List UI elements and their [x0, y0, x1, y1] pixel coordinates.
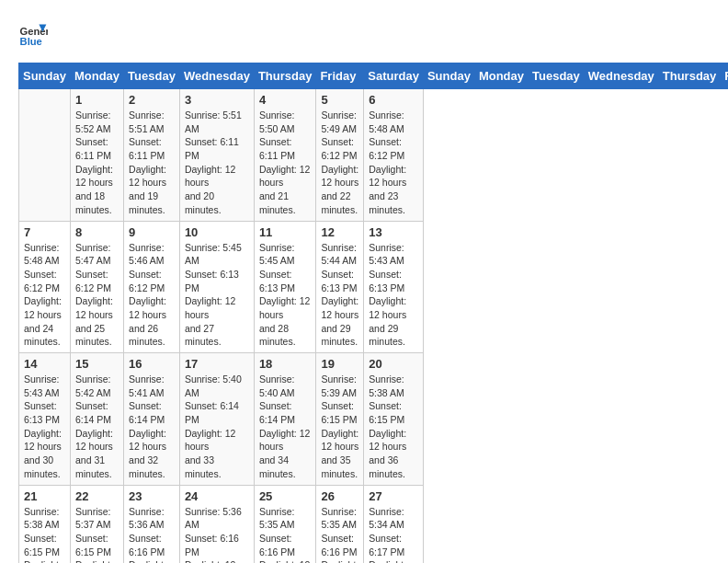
day-info: Sunrise: 5:48 AMSunset: 6:12 PMDaylight:…	[369, 109, 418, 217]
day-number: 2	[129, 93, 175, 107]
day-info: Sunrise: 5:41 AMSunset: 6:14 PMDaylight:…	[129, 373, 175, 481]
day-number: 24	[185, 489, 249, 503]
day-info: Sunrise: 5:36 AMSunset: 6:16 PMDaylight:…	[185, 505, 249, 564]
header-cell-saturday: Saturday	[364, 63, 424, 89]
day-number: 26	[321, 489, 358, 503]
header-cell-thursday: Thursday	[254, 63, 316, 89]
day-cell: 10Sunrise: 5:45 AMSunset: 6:13 PMDayligh…	[179, 221, 254, 353]
day-info: Sunrise: 5:34 AMSunset: 6:17 PMDaylight:…	[369, 505, 418, 564]
day-info: Sunrise: 5:42 AMSunset: 6:14 PMDaylight:…	[75, 373, 119, 481]
day-info: Sunrise: 5:52 AMSunset: 6:11 PMDaylight:…	[75, 109, 119, 217]
page-header: General Blue	[18, 18, 710, 48]
day-number: 21	[24, 489, 65, 503]
week-row-2: 7Sunrise: 5:48 AMSunset: 6:12 PMDaylight…	[19, 221, 729, 353]
day-cell: 7Sunrise: 5:48 AMSunset: 6:12 PMDaylight…	[19, 221, 71, 353]
header-cell-monday: Monday	[474, 63, 528, 89]
day-cell: 15Sunrise: 5:42 AMSunset: 6:14 PMDayligh…	[70, 353, 123, 486]
day-cell: 16Sunrise: 5:41 AMSunset: 6:14 PMDayligh…	[124, 353, 180, 486]
header-cell-tuesday: Tuesday	[124, 63, 180, 89]
logo-icon: General Blue	[18, 18, 48, 48]
day-number: 17	[185, 357, 249, 371]
header-cell-sunday: Sunday	[19, 63, 71, 89]
day-number: 22	[75, 489, 119, 503]
day-number: 20	[369, 357, 418, 371]
day-number: 27	[369, 489, 418, 503]
week-row-4: 21Sunrise: 5:38 AMSunset: 6:15 PMDayligh…	[19, 485, 729, 563]
header-cell-thursday: Thursday	[658, 63, 721, 89]
week-row-3: 14Sunrise: 5:43 AMSunset: 6:13 PMDayligh…	[19, 353, 729, 486]
day-cell: 23Sunrise: 5:36 AMSunset: 6:16 PMDayligh…	[124, 485, 180, 563]
day-number: 4	[259, 93, 312, 107]
day-info: Sunrise: 5:36 AMSunset: 6:16 PMDaylight:…	[129, 505, 175, 564]
day-number: 11	[259, 225, 312, 239]
day-number: 10	[185, 225, 249, 239]
day-cell: 14Sunrise: 5:43 AMSunset: 6:13 PMDayligh…	[19, 353, 71, 486]
day-info: Sunrise: 5:49 AMSunset: 6:12 PMDaylight:…	[321, 109, 358, 217]
day-info: Sunrise: 5:38 AMSunset: 6:15 PMDaylight:…	[369, 373, 418, 481]
day-cell: 4Sunrise: 5:50 AMSunset: 6:11 PMDaylight…	[254, 89, 316, 222]
day-info: Sunrise: 5:39 AMSunset: 6:15 PMDaylight:…	[321, 373, 358, 481]
day-info: Sunrise: 5:43 AMSunset: 6:13 PMDaylight:…	[24, 373, 65, 481]
header-cell-friday: Friday	[721, 63, 728, 89]
day-info: Sunrise: 5:46 AMSunset: 6:12 PMDaylight:…	[129, 241, 175, 350]
logo: General Blue	[18, 18, 48, 48]
day-number: 13	[369, 225, 418, 239]
day-number: 8	[75, 225, 119, 239]
day-number: 15	[75, 357, 119, 371]
day-cell: 2Sunrise: 5:51 AMSunset: 6:11 PMDaylight…	[124, 89, 180, 222]
day-number: 3	[185, 93, 249, 107]
header-cell-monday: Monday	[70, 63, 123, 89]
header-cell-wednesday: Wednesday	[179, 63, 254, 89]
day-number: 5	[321, 93, 358, 107]
day-cell: 24Sunrise: 5:36 AMSunset: 6:16 PMDayligh…	[179, 485, 254, 563]
header-cell-friday: Friday	[316, 63, 364, 89]
day-info: Sunrise: 5:45 AMSunset: 6:13 PMDaylight:…	[259, 241, 312, 350]
day-cell: 13Sunrise: 5:43 AMSunset: 6:13 PMDayligh…	[364, 221, 424, 353]
day-number: 14	[24, 357, 65, 371]
header-cell-wednesday: Wednesday	[584, 63, 658, 89]
calendar-header-row: SundayMondayTuesdayWednesdayThursdayFrid…	[19, 63, 729, 89]
day-number: 18	[259, 357, 312, 371]
day-number: 12	[321, 225, 358, 239]
calendar-table: SundayMondayTuesdayWednesdayThursdayFrid…	[18, 63, 728, 563]
day-info: Sunrise: 5:51 AMSunset: 6:11 PMDaylight:…	[185, 109, 249, 217]
day-cell: 6Sunrise: 5:48 AMSunset: 6:12 PMDaylight…	[364, 89, 424, 222]
day-cell: 26Sunrise: 5:35 AMSunset: 6:16 PMDayligh…	[316, 485, 364, 563]
day-info: Sunrise: 5:48 AMSunset: 6:12 PMDaylight:…	[24, 241, 65, 350]
day-info: Sunrise: 5:51 AMSunset: 6:11 PMDaylight:…	[129, 109, 175, 217]
day-number: 7	[24, 225, 65, 239]
day-info: Sunrise: 5:38 AMSunset: 6:15 PMDaylight:…	[24, 505, 65, 564]
day-info: Sunrise: 5:35 AMSunset: 6:16 PMDaylight:…	[321, 505, 358, 564]
day-cell: 8Sunrise: 5:47 AMSunset: 6:12 PMDaylight…	[70, 221, 123, 353]
day-cell: 22Sunrise: 5:37 AMSunset: 6:15 PMDayligh…	[70, 485, 123, 563]
header-cell-sunday: Sunday	[423, 63, 474, 89]
day-cell: 18Sunrise: 5:40 AMSunset: 6:14 PMDayligh…	[254, 353, 316, 486]
day-number: 16	[129, 357, 175, 371]
week-row-1: 1Sunrise: 5:52 AMSunset: 6:11 PMDaylight…	[19, 89, 729, 222]
day-info: Sunrise: 5:44 AMSunset: 6:13 PMDaylight:…	[321, 241, 358, 350]
day-info: Sunrise: 5:45 AMSunset: 6:13 PMDaylight:…	[185, 241, 249, 350]
day-cell: 19Sunrise: 5:39 AMSunset: 6:15 PMDayligh…	[316, 353, 364, 486]
day-number: 19	[321, 357, 358, 371]
svg-text:Blue: Blue	[20, 36, 42, 47]
day-number: 9	[129, 225, 175, 239]
day-cell: 20Sunrise: 5:38 AMSunset: 6:15 PMDayligh…	[364, 353, 424, 486]
header-cell-tuesday: Tuesday	[529, 63, 585, 89]
day-info: Sunrise: 5:40 AMSunset: 6:14 PMDaylight:…	[259, 373, 312, 481]
day-info: Sunrise: 5:43 AMSunset: 6:13 PMDaylight:…	[369, 241, 418, 350]
day-info: Sunrise: 5:40 AMSunset: 6:14 PMDaylight:…	[185, 373, 249, 481]
day-cell: 25Sunrise: 5:35 AMSunset: 6:16 PMDayligh…	[254, 485, 316, 563]
day-number: 6	[369, 93, 418, 107]
day-cell: 1Sunrise: 5:52 AMSunset: 6:11 PMDaylight…	[70, 89, 123, 222]
day-cell: 27Sunrise: 5:34 AMSunset: 6:17 PMDayligh…	[364, 485, 424, 563]
day-cell: 11Sunrise: 5:45 AMSunset: 6:13 PMDayligh…	[254, 221, 316, 353]
day-cell: 5Sunrise: 5:49 AMSunset: 6:12 PMDaylight…	[316, 89, 364, 222]
day-info: Sunrise: 5:50 AMSunset: 6:11 PMDaylight:…	[259, 109, 312, 217]
day-cell	[19, 89, 71, 222]
day-number: 23	[129, 489, 175, 503]
day-cell: 12Sunrise: 5:44 AMSunset: 6:13 PMDayligh…	[316, 221, 364, 353]
day-number: 25	[259, 489, 312, 503]
day-cell: 21Sunrise: 5:38 AMSunset: 6:15 PMDayligh…	[19, 485, 71, 563]
day-cell: 17Sunrise: 5:40 AMSunset: 6:14 PMDayligh…	[179, 353, 254, 486]
day-number: 1	[75, 93, 119, 107]
